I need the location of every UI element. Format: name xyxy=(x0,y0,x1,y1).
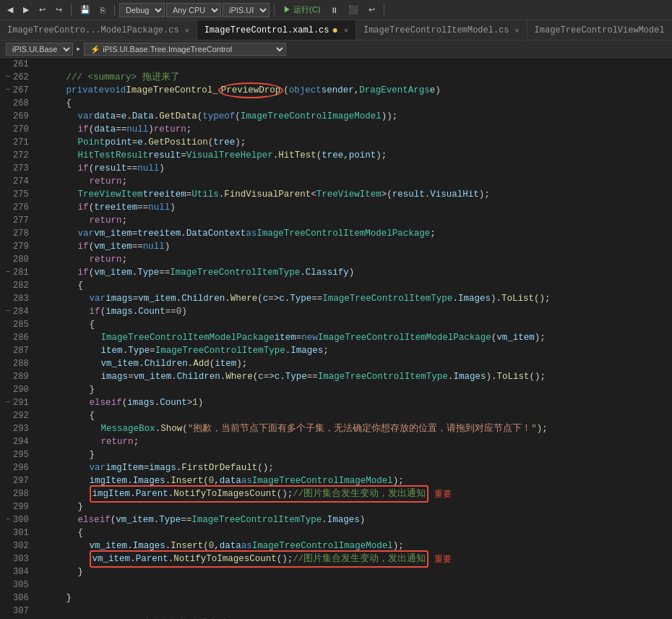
ln-290: 290 xyxy=(3,383,29,396)
pause-btn[interactable]: ⏸ xyxy=(326,4,343,16)
expand-281[interactable]: − xyxy=(3,266,10,279)
ln-272: 272 xyxy=(3,149,29,162)
ln-288: 288 xyxy=(3,357,29,370)
expand-291[interactable]: − xyxy=(3,396,10,409)
ln-306: 306 xyxy=(3,592,29,605)
tab-bar: ImageTreeContro...ModelPackage.cs ✕ Imag… xyxy=(0,20,672,40)
ln-267: −267 xyxy=(3,84,29,97)
code-line-298: imgItem.Parent.NotifyToImagesCount();//图… xyxy=(43,487,672,500)
toolbar: ◀ ▶ ↩ ↪ 💾 ⎘ Debug Any CPU iPIS.UI ▶ 运行(C… xyxy=(0,0,672,20)
ln-289: 289 xyxy=(3,370,29,383)
sep1 xyxy=(71,4,72,16)
tab-model-package-close[interactable]: ✕ xyxy=(185,26,189,35)
code-line-267: private void ImageTreeControl_PreviewDro… xyxy=(43,84,672,97)
redo-btn[interactable]: ↪ xyxy=(51,4,66,16)
expand-267[interactable]: − xyxy=(3,84,10,97)
copy-btn[interactable]: ⎘ xyxy=(96,4,110,16)
ln-300: −300 xyxy=(3,513,29,526)
ln-301: 301 xyxy=(3,526,29,539)
tab-item-model[interactable]: ImageTreeControlItemModel.cs ✕ xyxy=(356,20,527,40)
cpu-dropdown[interactable]: Any CPU xyxy=(166,3,221,17)
ln-292: 292 xyxy=(3,409,29,422)
tab-xaml-cs[interactable]: ImageTreeControl.xaml.cs ● ✕ xyxy=(197,20,356,40)
debug-dropdown[interactable]: Debug xyxy=(119,3,165,17)
forward-btn[interactable]: ▶ xyxy=(19,4,33,16)
ln-285: 285 xyxy=(3,318,29,331)
sep3 xyxy=(274,4,275,16)
code-line-285: { xyxy=(43,318,672,331)
undo-btn[interactable]: ↩ xyxy=(35,4,50,16)
expand-284[interactable]: − xyxy=(3,305,10,318)
code-line-305 xyxy=(43,579,672,592)
tab-xaml-cs-close[interactable]: ✕ xyxy=(344,26,348,35)
ln-307: 307 xyxy=(3,605,29,618)
code-line-279: if (vm_item == null) xyxy=(43,240,672,253)
save-btn[interactable]: 💾 xyxy=(76,4,95,16)
code-area: 261 −262 −267 268 269 270 271 272 273 27… xyxy=(0,58,672,619)
expand-262[interactable]: − xyxy=(3,71,10,84)
ln-304: 304 xyxy=(3,565,29,579)
code-line-281: if (vm_item.Type == ImageTreeControlItem… xyxy=(43,266,672,279)
tab-item-model-close[interactable]: ✕ xyxy=(515,26,520,35)
sep2 xyxy=(114,4,115,16)
back-btn[interactable]: ◀ xyxy=(3,4,17,16)
code-line-262: /// <summary> 拖进来了 xyxy=(43,71,672,84)
ln-277: 277 xyxy=(3,214,29,227)
ln-302: 302 xyxy=(3,539,29,552)
ln-278: 278 xyxy=(3,227,29,240)
expand-300[interactable]: − xyxy=(3,513,10,526)
code-line-287: item.Type = ImageTreeControlItemType.Ima… xyxy=(43,344,672,357)
ln-273: 273 xyxy=(3,162,29,175)
ln-281: −281 xyxy=(3,266,29,279)
ln-294: 294 xyxy=(3,435,29,448)
ln-284: −284 xyxy=(3,305,29,318)
breadcrumb-bar: iPIS.UI.Base ▸ ⚡ iPIS.UI.Base.Tree.Image… xyxy=(0,40,672,58)
breadcrumb-arrow: ▸ xyxy=(76,43,81,54)
tab-model-package[interactable]: ImageTreeContro...ModelPackage.cs ✕ xyxy=(0,20,197,40)
ln-261: 261 xyxy=(3,58,29,71)
code-line-292: { xyxy=(43,409,672,422)
code-line-274: return; xyxy=(43,175,672,188)
ln-274: 274 xyxy=(3,175,29,188)
ln-283: 283 xyxy=(3,292,29,305)
run-btn[interactable]: ▶ 运行(C) xyxy=(279,3,324,17)
sep4 xyxy=(384,4,384,16)
code-line-282: { xyxy=(43,279,672,292)
tab-viewmodel[interactable]: ImageTreeControlViewModel xyxy=(527,20,672,40)
code-line-275: TreeViewItem treeitem = Utils.FindVisual… xyxy=(43,188,672,201)
stop-btn[interactable]: ⬛ xyxy=(344,4,363,16)
ln-280: 280 xyxy=(3,253,29,266)
ln-298: 298 xyxy=(3,487,29,500)
code-line-294: return; xyxy=(43,435,672,448)
ln-271: 271 xyxy=(3,136,29,149)
app-dropdown[interactable]: iPIS.UI xyxy=(223,3,270,17)
ln-282: 282 xyxy=(3,279,29,292)
code-line-293: MessageBox.Show("抱歉，当前节点下面有多个子集，无法确定你想存放… xyxy=(43,422,672,435)
code-line-270: if (data == null) return; xyxy=(43,123,672,136)
ln-299: 299 xyxy=(3,500,29,513)
restart-btn[interactable]: ↩ xyxy=(364,4,379,16)
ln-303: 303 xyxy=(3,552,29,565)
code-line-296: var imgItem = imags.FirstOrDefault(); xyxy=(43,461,672,474)
code-line-290: } xyxy=(43,383,672,396)
ln-275: 275 xyxy=(3,188,29,201)
code-line-284: if (imags.Count == 0) xyxy=(43,305,672,318)
code-line-277: return; xyxy=(43,214,672,227)
code-line-276: if (treeitem == null) xyxy=(43,201,672,214)
namespace-dropdown[interactable]: iPIS.UI.Base xyxy=(6,43,73,56)
ln-297: 297 xyxy=(3,474,29,487)
tab-xaml-cs-modified: ● xyxy=(332,25,338,36)
code-line-289: imags = vm_item.Children.Where(c => c.Ty… xyxy=(43,370,672,383)
code-line-303: vm_item.Parent.NotifyToImagesCount();//图… xyxy=(43,552,672,565)
code-line-283: var imags = vm_item.Children.Where(c => … xyxy=(43,292,672,305)
code-line-268: { xyxy=(43,97,672,110)
code-line-280: return; xyxy=(43,253,672,266)
code-line-306: } xyxy=(43,592,672,605)
tab-model-package-label: ImageTreeContro...ModelPackage.cs xyxy=(7,25,179,35)
path-dropdown[interactable]: ⚡ iPIS.UI.Base.Tree.ImageTreeControl xyxy=(84,43,286,56)
code-line-272: HitTestResult result = VisualTreeHelper.… xyxy=(43,149,672,162)
code-line-288: vm_item.Children.Add(item); xyxy=(43,357,672,370)
ln-268: 268 xyxy=(3,97,29,110)
ln-279: 279 xyxy=(3,240,29,253)
ln-295: 295 xyxy=(3,448,29,461)
